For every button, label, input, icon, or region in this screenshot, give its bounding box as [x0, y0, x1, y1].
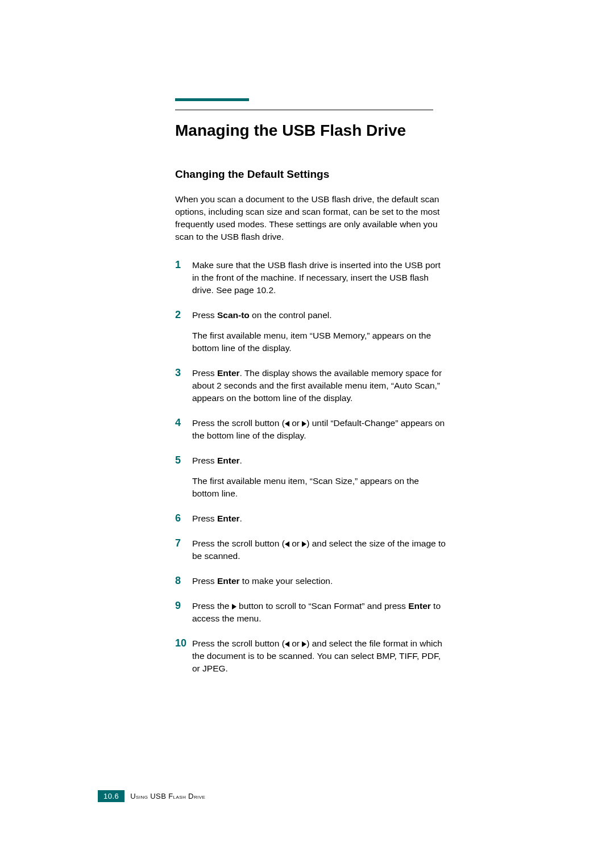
step-note: The first available menu item, “Scan Siz…	[192, 475, 448, 500]
step-text: Press the scroll button (	[192, 639, 285, 648]
step-text: Press	[192, 368, 217, 378]
triangle-left-icon	[285, 541, 289, 547]
triangle-right-icon	[232, 604, 237, 610]
footer-text-part: rive	[194, 793, 205, 800]
triangle-left-icon	[285, 641, 289, 647]
key-label: Enter	[217, 456, 240, 465]
step-2: Press Scan-to on the control panel. The …	[175, 309, 448, 354]
footer-text-part: D	[186, 792, 194, 800]
footer-section-label: Using USB Flash Drive	[130, 792, 205, 800]
steps-list: Make sure that the USB flash drive is in…	[175, 259, 448, 675]
step-text: button to scroll to “Scan Format” and pr…	[237, 601, 408, 611]
triangle-left-icon	[285, 421, 289, 427]
key-label: Enter	[408, 601, 431, 611]
rule-thin	[175, 110, 433, 110]
rule-accent	[175, 98, 249, 101]
step-text: or	[289, 639, 302, 648]
step-text: to make your selection.	[240, 576, 333, 586]
step-4: Press the scroll button ( or ) until “De…	[175, 417, 448, 442]
step-6: Press Enter.	[175, 512, 448, 525]
footer-text-part: USB F	[148, 792, 173, 800]
step-text: Press the	[192, 601, 232, 611]
step-text: Make sure that the USB flash drive is in…	[192, 260, 441, 295]
step-note: The first available menu, item “USB Memo…	[192, 329, 448, 354]
key-label: Enter	[217, 576, 240, 586]
step-10: Press the scroll button ( or ) and selec…	[175, 637, 448, 675]
key-label: Enter	[217, 514, 240, 523]
step-text: Press	[192, 456, 217, 465]
step-text: or	[289, 418, 302, 428]
step-3: Press Enter. The display shows the avail…	[175, 367, 448, 404]
heading-rule	[175, 91, 449, 111]
footer-text-part: sing	[136, 793, 148, 800]
step-text: Press	[192, 514, 217, 523]
step-1: Make sure that the USB flash drive is in…	[175, 259, 448, 297]
key-label: Enter	[217, 368, 240, 378]
step-text: on the control panel.	[250, 310, 332, 320]
step-text: Press	[192, 310, 217, 320]
section-title: Changing the Default Settings	[175, 168, 449, 181]
footer-text-part: U	[130, 792, 136, 800]
page-footer: 10.6 Using USB Flash Drive	[98, 790, 205, 802]
page-title: Managing the USB Flash Drive	[175, 122, 449, 140]
intro-paragraph: When you scan a document to the USB flas…	[175, 193, 442, 243]
key-label: Scan-to	[217, 310, 250, 320]
page-number-badge: 10.6	[98, 790, 125, 802]
manual-page: Managing the USB Flash Drive Changing th…	[0, 0, 614, 868]
footer-text-part: lash	[173, 793, 186, 800]
step-text: Press	[192, 576, 217, 586]
step-text: .	[240, 514, 242, 523]
step-7: Press the scroll button ( or ) and selec…	[175, 537, 448, 562]
step-text: Press the scroll button (	[192, 539, 285, 548]
step-text: Press the scroll button (	[192, 418, 285, 428]
step-text: .	[240, 456, 242, 465]
step-8: Press Enter to make your selection.	[175, 575, 448, 587]
step-text: or	[289, 539, 302, 548]
step-9: Press the button to scroll to “Scan Form…	[175, 600, 448, 625]
step-5: Press Enter. The first available menu it…	[175, 454, 448, 500]
